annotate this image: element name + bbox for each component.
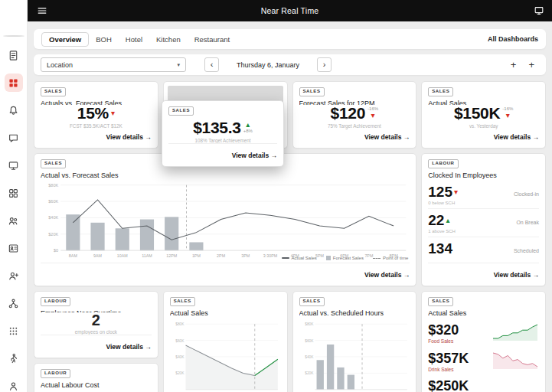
drink-sales-sparkline xyxy=(492,351,539,374)
hierarchy-icon[interactable] xyxy=(5,294,23,312)
avatar[interactable] xyxy=(3,35,24,37)
hours-mini-chart: $20K$40K$60K$80K xyxy=(299,320,410,392)
breakdown-row-other: $250K xyxy=(428,379,539,392)
svg-text:$40K: $40K xyxy=(175,354,185,359)
category-badge: SALES xyxy=(170,297,195,306)
dots-grid-icon[interactable] xyxy=(5,322,23,340)
metric-value: 125 xyxy=(428,185,452,200)
category-badge: SALES xyxy=(299,297,325,306)
card-actuals-vs-forecast-sales: SALES Actuals vs. Forecast Sales 15% ▾ F… xyxy=(34,81,158,149)
svg-text:$40K: $40K xyxy=(305,354,314,359)
category-badge: LABOUR xyxy=(41,297,70,306)
trend-down-icon: ▾ xyxy=(506,112,510,119)
card-employees-near-overtime: LABOUR Employees Near Overtime 2 employe… xyxy=(34,291,158,358)
trend-up-icon: ▴ xyxy=(246,121,250,129)
breakdown-row-drink: $357K Drink Sales xyxy=(428,351,539,374)
view-details-link[interactable]: View details → xyxy=(364,271,410,279)
kpi-value: 15% xyxy=(77,105,109,121)
trend-down-icon: ▾ xyxy=(111,109,115,117)
view-details-link[interactable]: View details → xyxy=(494,271,539,279)
view-details-link[interactable]: View details → xyxy=(106,133,151,141)
metric-subtext: 1 above SCH xyxy=(428,229,456,234)
date-label: Thursday 6, January xyxy=(227,61,309,69)
prev-day-button[interactable]: ‹ xyxy=(204,57,219,72)
breakdown-label: Food Sales xyxy=(428,338,459,344)
sidebar-icons xyxy=(5,46,23,392)
card-title: Actual vs. Scheduled Hours xyxy=(299,309,410,317)
id-badge-icon[interactable] xyxy=(5,239,23,257)
forecast-sales-popover: SALES Forecast Sales $135.3 ▴ +8% 108% T… xyxy=(162,100,284,167)
person-icon[interactable] xyxy=(5,377,23,392)
dashboard-icon[interactable] xyxy=(5,74,23,92)
legend-line-swatch xyxy=(282,257,289,259)
tab-kitchen[interactable]: Kitchen xyxy=(149,32,188,47)
actual-sales-mini-chart: $20K$40K$60K$80K xyxy=(170,320,281,392)
chevron-down-icon: ▾ xyxy=(177,62,180,68)
monitor-icon[interactable] xyxy=(5,156,23,175)
category-badge: SALES xyxy=(168,106,194,116)
svg-text:$80K: $80K xyxy=(175,322,185,326)
svg-text:$80K: $80K xyxy=(48,183,58,188)
card-title: Clocked In Employees xyxy=(428,172,539,179)
category-badge: SALES xyxy=(428,297,453,306)
chat-icon[interactable] xyxy=(5,129,23,147)
dashboard-grid: SALES Actuals vs. Forecast Sales 15% ▾ F… xyxy=(34,81,546,392)
legend-label: Forecast Sales xyxy=(333,256,364,260)
metric-label: On Break xyxy=(516,220,539,225)
category-badge: SALES xyxy=(428,87,453,96)
file-icon[interactable] xyxy=(5,46,23,64)
labour-cards-stack: LABOUR Employees Near Overtime 2 employe… xyxy=(34,291,158,392)
view-details-link[interactable]: View details → xyxy=(364,133,410,141)
display-icon[interactable] xyxy=(534,5,544,16)
breakdown-label: Drink Sales xyxy=(428,367,469,372)
metric-label: Clocked-in xyxy=(514,191,539,197)
next-day-button[interactable]: › xyxy=(317,57,332,72)
card-title: Actual Sales xyxy=(170,309,281,317)
svg-text:$20K: $20K xyxy=(48,232,58,237)
metric-label: Scheduled xyxy=(514,248,539,253)
metric-row-scheduled: 134 Scheduled xyxy=(428,237,539,260)
main-combo-chart: $0$20K$40K$60K$80K8AM9AM10AM11AM12PM1PM2… xyxy=(41,181,410,255)
add-button-1[interactable]: + xyxy=(511,60,517,70)
tab-bar: Overview BOH Hotel Kitchen Restaurant Al… xyxy=(34,29,546,49)
tab-restaurant[interactable]: Restaurant xyxy=(188,32,237,47)
category-badge: LABOUR xyxy=(41,369,70,378)
tab-overview[interactable]: Overview xyxy=(41,32,89,47)
category-badge: SALES xyxy=(41,87,66,96)
kpi-value: 2 xyxy=(92,312,100,328)
svg-text:$60K: $60K xyxy=(305,338,314,342)
card-title: Actual Labour Cost xyxy=(41,381,152,389)
add-button-2[interactable]: + xyxy=(528,60,534,70)
svg-text:$0: $0 xyxy=(54,248,58,253)
tab-hotel[interactable]: Hotel xyxy=(119,32,149,47)
all-dashboards-link[interactable]: All Dashboards xyxy=(488,35,538,43)
people-icon[interactable] xyxy=(5,211,23,230)
metric-row-on-break: 22 ▴ 1 above SCH On Break xyxy=(428,209,539,237)
hamburger-menu-icon[interactable] xyxy=(37,5,47,16)
tab-boh[interactable]: BOH xyxy=(89,32,119,47)
metric-value: 22 xyxy=(428,213,444,228)
bell-icon[interactable] xyxy=(5,101,23,119)
card-actual-labour-cost: LABOUR Actual Labour Cost xyxy=(34,363,158,392)
kpi-subtext: employees on clock xyxy=(75,329,117,335)
view-details-link[interactable]: View details → xyxy=(106,343,151,351)
category-badge: SALES xyxy=(41,159,66,168)
kpi-value: $150K xyxy=(454,105,500,121)
kpi-value: $120 xyxy=(331,105,366,121)
breakdown-value: $357K xyxy=(428,351,469,366)
card-sales-breakdown: SALES Actual Sales $320 Food Sales $357K… xyxy=(421,291,546,392)
person-add-icon[interactable] xyxy=(5,266,23,285)
location-select[interactable]: Location ▾ xyxy=(41,57,186,72)
topbar: Near Real Time xyxy=(28,0,552,21)
view-details-link[interactable]: View details → xyxy=(494,133,539,141)
date-navigation: ‹ Thursday 6, January › xyxy=(204,57,332,72)
walking-icon[interactable] xyxy=(5,349,23,368)
food-sales-sparkline xyxy=(492,322,539,345)
apps-icon[interactable] xyxy=(5,184,23,202)
kpi-value: $135.3 xyxy=(193,119,240,136)
view-details-link[interactable]: View details → xyxy=(232,152,277,159)
sidebar xyxy=(0,0,28,392)
kpi-subtext: FCST $35.5K/ACT $12K xyxy=(70,123,122,129)
kpi-subtext: 108% Target Achievement xyxy=(194,138,250,143)
svg-text:$60K: $60K xyxy=(48,199,58,204)
